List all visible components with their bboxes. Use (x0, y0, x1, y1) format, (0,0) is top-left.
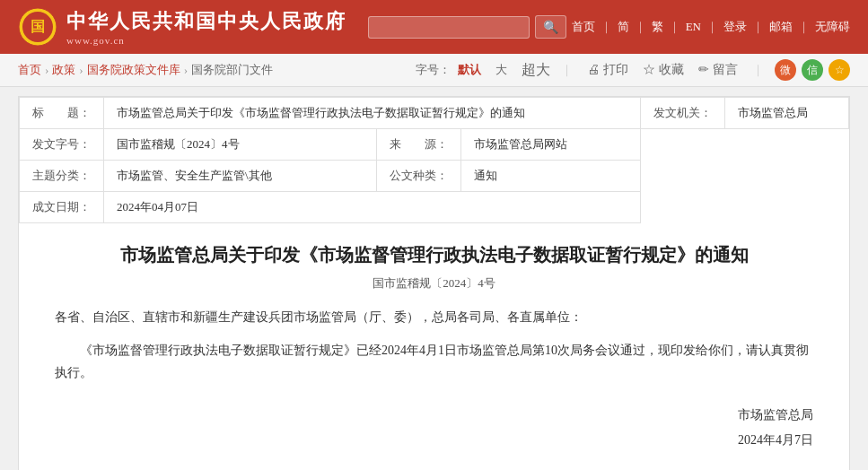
breadcrumb-policy[interactable]: 政策 (52, 62, 75, 78)
meta-table: 标 题： 市场监管总局关于印发《市场监督管理行政执法电子数据取证暂行规定》的通知… (19, 97, 849, 223)
nav-en[interactable]: EN (686, 20, 701, 34)
font-size-label: 字号： (416, 62, 451, 78)
document-body: 市场监管总局关于印发《市场监督管理行政执法电子数据取证暂行规定》的通知 国市监稽… (19, 223, 849, 470)
document-signature: 市场监管总局 2024年4月7日 (55, 403, 813, 453)
nav-jian[interactable]: 简 (618, 19, 629, 35)
document-title: 市场监管总局关于印发《市场监督管理行政执法电子数据取证暂行规定》的通知 (55, 241, 813, 268)
meta-row-category: 主题分类： 市场监管、安全生产监管\其他 公文种类： 通知 (20, 161, 849, 192)
nav-home[interactable]: 首页 (572, 19, 595, 35)
meta-row-number: 发文字号： 国市监稽规〔2024〕4号 来 源： 市场监管总局网站 (20, 129, 849, 161)
site-url: www.gov.cn (66, 35, 346, 46)
national-emblem-icon: 国 (18, 7, 57, 47)
comment-button[interactable]: ✏ 留言 (695, 60, 741, 80)
font-size-large-btn[interactable]: 大 (495, 62, 507, 78)
header-title-block: 中华人民共和国中央人民政府 www.gov.cn (66, 8, 346, 46)
toolbar: 首页 › 政策 › 国务院政策文件库 › 国务院部门文件 字号： 默认 大 超大… (0, 54, 868, 87)
sign-date: 2024年4月7日 (55, 428, 813, 453)
document-paragraph: 《市场监督管理行政执法电子数据取证暂行规定》已经2024年4月1日市场监管总局第… (55, 339, 813, 384)
font-size-xlarge-btn[interactable]: 超大 (522, 61, 550, 80)
share-wechat-btn[interactable]: 信 (802, 59, 823, 81)
search-button[interactable]: 🔍 (535, 15, 566, 39)
header: 国 中华人民共和国中央人民政府 www.gov.cn 🔍 首页 ｜ 简 ｜ 繁 … (0, 0, 868, 54)
share-weibo-btn[interactable]: 微 (775, 59, 796, 81)
font-size-default-btn[interactable]: 默认 (458, 62, 481, 78)
nav-fan[interactable]: 繁 (652, 19, 663, 35)
header-nav: 首页 ｜ 简 ｜ 繁 ｜ EN ｜ 登录 ｜ 邮箱 ｜ 无障碍 (572, 19, 850, 35)
toolbar-right: 字号： 默认 大 超大 ｜ 🖨 打印 ☆ 收藏 ✏ 留言 ｜ 微 信 ☆ (416, 59, 850, 81)
main-content: 标 题： 市场监管总局关于印发《市场监督管理行政执法电子数据取证暂行规定》的通知… (0, 87, 868, 470)
meta-row-date: 成文日期： 2024年04月07日 (20, 192, 849, 223)
favorite-button[interactable]: ☆ 收藏 (639, 60, 688, 80)
breadcrumb-home[interactable]: 首页 (18, 62, 41, 78)
svg-text:国: 国 (31, 19, 45, 34)
breadcrumb: 首页 › 政策 › 国务院政策文件库 › 国务院部门文件 (18, 62, 273, 78)
search-input[interactable] (368, 16, 530, 39)
share-icons: 微 信 ☆ (775, 59, 850, 81)
nav-accessibility[interactable]: 无障碍 (815, 19, 850, 35)
nav-login[interactable]: 登录 (723, 19, 747, 35)
content-card: 标 题： 市场监管总局关于印发《市场监督管理行政执法电子数据取证暂行规定》的通知… (18, 96, 850, 470)
document-number: 国市监稽规〔2024〕4号 (55, 275, 813, 292)
sign-org: 市场监管总局 (55, 403, 813, 428)
breadcrumb-doc-library[interactable]: 国务院政策文件库 (87, 62, 180, 78)
breadcrumb-current: 国务院部门文件 (191, 62, 273, 78)
document-address: 各省、自治区、直辖市和新疆生产建设兵团市场监管局（厅、委），总局各司局、各直属单… (55, 306, 813, 328)
nav-mail[interactable]: 邮箱 (769, 19, 793, 35)
share-fav-btn[interactable]: ☆ (829, 59, 850, 81)
meta-row-title: 标 题： 市场监管总局关于印发《市场监督管理行政执法电子数据取证暂行规定》的通知… (20, 98, 849, 129)
header-left: 国 中华人民共和国中央人民政府 www.gov.cn (18, 7, 346, 47)
print-button[interactable]: 🖨 打印 (583, 60, 632, 80)
header-right: 🔍 首页 ｜ 简 ｜ 繁 ｜ EN ｜ 登录 ｜ 邮箱 ｜ 无障碍 (368, 15, 850, 39)
site-title: 中华人民共和国中央人民政府 (66, 8, 346, 35)
